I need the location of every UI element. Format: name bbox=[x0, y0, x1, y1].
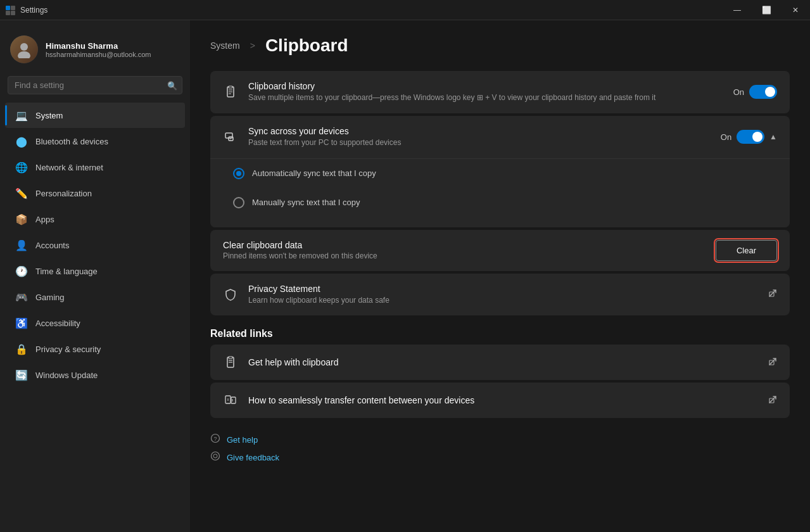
clipboard-history-row: Clipboard history Save multiple items to… bbox=[210, 71, 790, 113]
search-input[interactable] bbox=[8, 76, 182, 94]
minimize-button[interactable]: — bbox=[723, 0, 752, 20]
clipboard-history-desc: Save multiple items to your clipboard—pr… bbox=[248, 92, 723, 103]
privacy-statement-info: Privacy Statement Learn how clipboard ke… bbox=[248, 284, 758, 306]
radio-label-auto: Automatically sync text that I copy bbox=[252, 168, 376, 178]
clipboard-history-info: Clipboard history Save multiple items to… bbox=[248, 81, 723, 103]
sync-devices-state: On bbox=[721, 132, 731, 142]
link-get-help[interactable]: Get help with clipboard bbox=[210, 345, 790, 380]
svg-rect-7 bbox=[229, 86, 232, 88]
privacy-statement-row[interactable]: Privacy Statement Learn how clipboard ke… bbox=[210, 274, 790, 316]
svg-rect-16 bbox=[229, 357, 232, 358]
avatar-icon bbox=[15, 41, 33, 58]
transfer-ext-icon bbox=[768, 395, 777, 406]
sidebar-label-personalization: Personalization bbox=[35, 189, 92, 198]
sidebar-label-accounts: Accounts bbox=[35, 241, 69, 250]
titlebar: Settings — ⬜ ✕ bbox=[0, 0, 810, 20]
profile-email: hssharmahimanshu@outlook.com bbox=[46, 51, 180, 58]
transfer-content-label: How to seamlessly transfer content betwe… bbox=[248, 395, 758, 405]
clipboard-history-control: On bbox=[733, 85, 777, 99]
radio-inner-auto bbox=[236, 171, 241, 176]
search-box: 🔍 bbox=[8, 76, 182, 94]
sidebar-item-accounts[interactable]: 👤 Accounts bbox=[5, 232, 185, 258]
get-help-icon: ? bbox=[210, 433, 220, 446]
clear-clipboard-title: Clear clipboard data bbox=[223, 240, 377, 250]
clipboard-history-card: Clipboard history Save multiple items to… bbox=[210, 71, 790, 113]
give-feedback-link[interactable]: Give feedback bbox=[210, 451, 790, 464]
get-help-label: Get help bbox=[227, 435, 258, 445]
privacy-statement-desc: Learn how clipboard keeps your data safe bbox=[248, 295, 758, 306]
svg-rect-21 bbox=[231, 397, 236, 403]
sync-devices-row: Sync across your devices Paste text from… bbox=[210, 116, 790, 159]
get-help-link[interactable]: ? Get help bbox=[210, 433, 790, 446]
toggle-thumb-2 bbox=[752, 132, 763, 142]
sync-devices-control: On ▲ bbox=[721, 130, 777, 144]
link-transfer-content[interactable]: How to seamlessly transfer content betwe… bbox=[210, 383, 790, 418]
search-icon: 🔍 bbox=[167, 80, 177, 90]
system-icon: 💻 bbox=[15, 109, 28, 122]
svg-rect-0 bbox=[6, 6, 10, 10]
svg-point-28 bbox=[213, 454, 217, 458]
radio-circle-auto bbox=[233, 168, 244, 179]
sync-devices-card: Sync across your devices Paste text from… bbox=[210, 116, 790, 227]
sidebar-item-system[interactable]: 💻 System bbox=[5, 103, 185, 128]
shield-icon bbox=[223, 287, 238, 302]
main-content: System > Clipboard Clipboard history bbox=[190, 20, 810, 532]
radio-auto-sync[interactable]: Automatically sync text that I copy bbox=[223, 159, 777, 188]
user-profile[interactable]: Himanshu Sharma hssharmahimanshu@outlook… bbox=[0, 28, 190, 76]
transfer-icon bbox=[223, 393, 238, 408]
footer-links: ? Get help Give feedback bbox=[210, 433, 790, 464]
toggle-thumb bbox=[765, 87, 775, 97]
privacy-icon: 🔒 bbox=[15, 343, 28, 355]
titlebar-title: Settings bbox=[20, 6, 47, 15]
related-links-title: Related links bbox=[210, 328, 790, 339]
network-icon: 🌐 bbox=[15, 161, 28, 174]
sidebar-item-personalization[interactable]: ✏️ Personalization bbox=[5, 180, 185, 206]
sync-icon bbox=[223, 129, 238, 144]
get-help-ext-icon bbox=[768, 357, 777, 368]
svg-rect-3 bbox=[11, 11, 15, 15]
clipboard-history-state: On bbox=[733, 87, 744, 97]
sidebar-item-bluetooth[interactable]: ⬤ Bluetooth & devices bbox=[5, 129, 185, 154]
sidebar: Himanshu Sharma hssharmahimanshu@outlook… bbox=[0, 20, 190, 532]
give-feedback-label: Give feedback bbox=[227, 453, 279, 462]
profile-info: Himanshu Sharma hssharmahimanshu@outlook… bbox=[46, 41, 180, 58]
sidebar-label-bluetooth: Bluetooth & devices bbox=[35, 137, 108, 146]
sync-radio-group: Automatically sync text that I copy Manu… bbox=[223, 159, 777, 217]
clear-clipboard-button[interactable]: Clear bbox=[716, 240, 777, 261]
close-button[interactable]: ✕ bbox=[781, 0, 810, 20]
sync-devices-info: Sync across your devices Paste text from… bbox=[248, 126, 711, 148]
update-icon: 🔄 bbox=[15, 369, 28, 381]
sync-devices-toggle[interactable] bbox=[737, 130, 764, 144]
gaming-icon: 🎮 bbox=[15, 291, 28, 303]
accounts-icon: 👤 bbox=[15, 239, 28, 251]
page-title: Clipboard bbox=[265, 35, 348, 56]
time-icon: 🕐 bbox=[15, 265, 28, 277]
maximize-button[interactable]: ⬜ bbox=[752, 0, 781, 20]
svg-point-4 bbox=[20, 43, 28, 51]
sidebar-item-privacy[interactable]: 🔒 Privacy & security bbox=[5, 336, 185, 362]
app-container: Himanshu Sharma hssharmahimanshu@outlook… bbox=[0, 20, 810, 532]
sidebar-label-apps: Apps bbox=[35, 215, 54, 224]
sidebar-label-network: Network & internet bbox=[35, 163, 103, 172]
sidebar-label-gaming: Gaming bbox=[35, 293, 65, 302]
clear-clipboard-row: Clear clipboard data Pinned items won't … bbox=[210, 230, 790, 271]
clipboard-history-toggle[interactable] bbox=[749, 85, 777, 99]
sidebar-label-update: Windows Update bbox=[35, 370, 98, 380]
avatar-image bbox=[10, 35, 38, 63]
sidebar-item-network[interactable]: 🌐 Network & internet bbox=[5, 155, 185, 180]
sync-collapse-button[interactable]: ▲ bbox=[769, 132, 777, 141]
sync-devices-title: Sync across your devices bbox=[248, 126, 711, 136]
svg-point-27 bbox=[212, 452, 220, 460]
svg-rect-1 bbox=[11, 6, 15, 10]
sidebar-item-apps[interactable]: 📦 Apps bbox=[5, 206, 185, 232]
svg-text:?: ? bbox=[213, 436, 217, 442]
breadcrumb: System bbox=[210, 41, 240, 51]
sync-expanded-section: Automatically sync text that I copy Manu… bbox=[210, 159, 790, 227]
radio-manual-sync[interactable]: Manually sync text that I copy bbox=[223, 188, 777, 217]
sidebar-item-update[interactable]: 🔄 Windows Update bbox=[5, 362, 185, 388]
sidebar-item-gaming[interactable]: 🎮 Gaming bbox=[5, 284, 185, 310]
sidebar-item-accessibility[interactable]: ♿ Accessibility bbox=[5, 310, 185, 336]
external-link-icon bbox=[768, 289, 777, 300]
breadcrumb-arrow: > bbox=[250, 41, 255, 51]
sidebar-item-time[interactable]: 🕐 Time & language bbox=[5, 258, 185, 284]
